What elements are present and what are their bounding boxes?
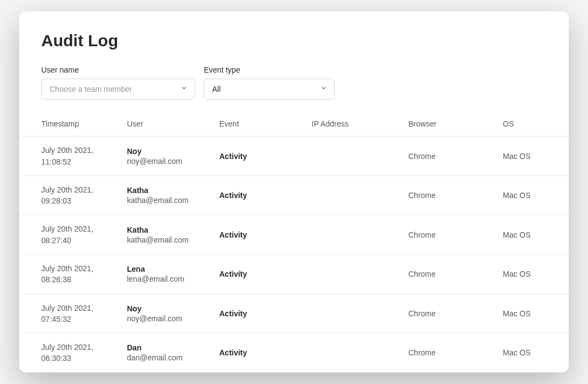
cell-timestamp: July 20th 2021, 11:08:52 bbox=[41, 145, 127, 167]
cell-os: Mac OS bbox=[503, 231, 547, 239]
audit-log-table: Timestamp User Event IP Address Browser … bbox=[19, 111, 569, 372]
cell-os: Mac OS bbox=[503, 152, 547, 161]
header-user: User bbox=[127, 119, 219, 128]
user-email: dan@email.com bbox=[127, 353, 213, 362]
cell-user: Lenalena@email.com bbox=[127, 265, 219, 283]
user-name: Lena bbox=[127, 265, 213, 273]
chevron-down-icon bbox=[180, 84, 188, 94]
cell-browser: Chrome bbox=[408, 231, 503, 239]
table-row: July 20th 2021, 06:30:33Dandan@email.com… bbox=[19, 333, 569, 372]
table-row: July 20th 2021, 11:08:52Noynoy@email.com… bbox=[19, 136, 569, 176]
user-name-select[interactable]: Choose a team member bbox=[41, 79, 195, 100]
user-name: Noy bbox=[127, 304, 213, 313]
event-type-select-value: All bbox=[212, 85, 221, 94]
cell-event: Activity bbox=[219, 270, 312, 278]
cell-os: Mac OS bbox=[503, 309, 547, 318]
cell-event: Activity bbox=[219, 152, 312, 161]
table-body: July 20th 2021, 11:08:52Noynoy@email.com… bbox=[19, 136, 569, 372]
user-email: katha@email.com bbox=[127, 235, 213, 244]
cell-event: Activity bbox=[219, 309, 312, 318]
user-name: Katha bbox=[127, 226, 213, 234]
filter-user-name: User name Choose a team member bbox=[41, 65, 195, 100]
cell-user: Noynoy@email.com bbox=[127, 304, 219, 323]
header-timestamp: Timestamp bbox=[41, 119, 127, 128]
filters: User name Choose a team member Event typ… bbox=[41, 65, 547, 100]
cell-event: Activity bbox=[219, 191, 312, 200]
user-name-select-value: Choose a team member bbox=[49, 85, 132, 94]
cell-user: Dandan@email.com bbox=[127, 343, 219, 362]
user-name: Katha bbox=[127, 186, 213, 195]
cell-timestamp: July 20th 2021, 08:26:38 bbox=[41, 263, 127, 286]
user-email: noy@email.com bbox=[127, 157, 213, 166]
header-ip: IP Address bbox=[312, 119, 408, 128]
user-name: Dan bbox=[127, 343, 213, 352]
cell-browser: Chrome bbox=[408, 348, 503, 357]
cell-timestamp: July 20th 2021, 07:45:32 bbox=[41, 303, 127, 325]
event-type-select[interactable]: All bbox=[204, 79, 335, 100]
user-email: noy@email.com bbox=[127, 314, 213, 323]
table-row: July 20th 2021, 07:45:32Noynoy@email.com… bbox=[19, 294, 569, 334]
cell-browser: Chrome bbox=[408, 152, 503, 161]
cell-user: Kathakatha@email.com bbox=[127, 226, 219, 244]
header-event: Event bbox=[219, 119, 312, 128]
cell-browser: Chrome bbox=[408, 270, 503, 278]
user-name: Noy bbox=[127, 147, 213, 156]
filter-user-name-label: User name bbox=[41, 65, 195, 74]
cell-event: Activity bbox=[219, 231, 312, 239]
table-row: July 20th 2021, 09:28:03Kathakatha@email… bbox=[19, 176, 569, 216]
cell-os: Mac OS bbox=[503, 191, 547, 200]
cell-user: Kathakatha@email.com bbox=[127, 186, 219, 205]
table-row: July 20th 2021, 08:26:38Lenalena@email.c… bbox=[19, 255, 569, 294]
header-os: OS bbox=[503, 119, 547, 128]
filter-event-type-label: Event type bbox=[204, 65, 335, 74]
cell-browser: Chrome bbox=[408, 309, 503, 318]
cell-timestamp: July 20th 2021, 06:30:33 bbox=[41, 342, 127, 364]
cell-timestamp: July 20th 2021, 09:28:03 bbox=[41, 184, 127, 207]
cell-os: Mac OS bbox=[503, 348, 547, 357]
header-browser: Browser bbox=[408, 119, 503, 128]
cell-browser: Chrome bbox=[408, 191, 503, 200]
page-title: Audit Log bbox=[41, 31, 547, 50]
table-row: July 20th 2021, 08:27:40Kathakatha@email… bbox=[19, 215, 569, 255]
filter-event-type: Event type All bbox=[204, 65, 335, 100]
table-header: Timestamp User Event IP Address Browser … bbox=[19, 111, 569, 136]
user-email: lena@email.com bbox=[127, 275, 213, 283]
cell-os: Mac OS bbox=[503, 270, 547, 278]
cell-timestamp: July 20th 2021, 08:27:40 bbox=[41, 223, 127, 246]
cell-event: Activity bbox=[219, 348, 312, 357]
audit-log-card: Audit Log User name Choose a team member… bbox=[19, 12, 569, 372]
chevron-down-icon bbox=[320, 84, 328, 94]
cell-user: Noynoy@email.com bbox=[127, 147, 219, 166]
user-email: katha@email.com bbox=[127, 196, 213, 205]
